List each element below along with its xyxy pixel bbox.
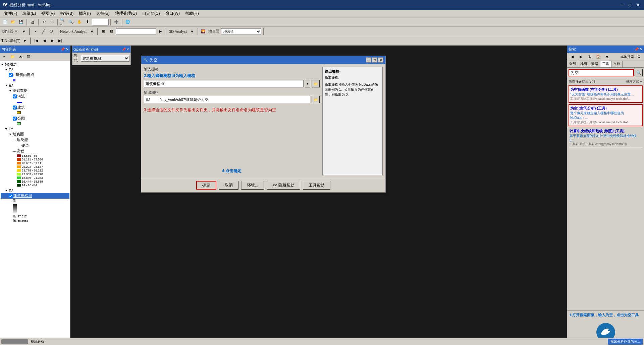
search-close[interactable]: ✕ [640,47,643,52]
e3-expand[interactable]: ▼ [5,127,9,131]
network-input[interactable] [116,28,156,35]
surface-select[interactable]: 地表面 [221,28,261,35]
layers-root[interactable]: ▼ 🗺 图层 [1,62,69,67]
e2-expand[interactable]: ▼ [5,84,9,87]
tree-e2[interactable]: ▼ E:\ [1,83,69,88]
input-raster-dropdown[interactable]: ▼ [305,80,310,87]
search-back-btn[interactable]: ◀ [569,53,576,61]
taskbar-btn[interactable]: 视线分析作业的三... [608,339,643,345]
panel-close-icon[interactable]: ✕ [66,47,69,52]
network-dropdown[interactable]: ▼ [88,28,96,35]
title-bar-controls[interactable]: ─ □ ✕ [619,2,641,8]
tab-docs[interactable]: 文档 [611,61,623,67]
env-button[interactable]: 环境... [241,181,264,190]
ok-button[interactable]: 确定 [196,181,216,190]
search-home-btn[interactable]: 🏠 [595,53,602,61]
building-point-check[interactable] [9,73,13,77]
tin-btn1[interactable]: |◀ [33,37,40,45]
new-btn[interactable]: 📄 [1,18,9,26]
zoom-in-btn[interactable]: 🔍+ [60,18,67,26]
search-input[interactable] [569,69,634,76]
sketch-line[interactable]: ╱ [40,28,47,35]
tree-river[interactable]: 河流 [1,93,69,99]
tree-edge-type[interactable]: — 边类型 [1,137,69,143]
editor-dropdown[interactable]: ▼ [20,28,28,35]
print-btn[interactable]: 🖨 [29,18,36,26]
network-btn3[interactable]: ▶ [157,28,164,35]
result-item-2[interactable]: 为空 (空间分析) (工具) 逐个像元来确定输入栅格中哪些值为NoData；… … [569,104,643,126]
menu-view[interactable]: 视图(V) [39,10,57,17]
dialog-maximize-btn[interactable]: □ [372,57,377,63]
sort-label[interactable]: 排序方式▼ [626,79,643,84]
analyst3d-dropdown[interactable]: ▼ [189,28,196,35]
minimize-button[interactable]: ─ [619,2,625,8]
menu-bookmarks[interactable]: 书签(B) [57,10,76,17]
tree-hard-edge[interactable]: — 硬边 [1,143,69,148]
result-item-3[interactable]: 计算中央经线和范线 (制图) (工具) 基于要素范围的中心计算中央经线和标准纬线… [569,128,643,148]
list-by-source[interactable]: 📁 [9,53,16,61]
list-by-visibility[interactable]: 👁 [17,53,24,61]
dialog-close-btn[interactable]: ✕ [378,57,383,63]
save-btn[interactable]: 💾 [17,18,25,26]
undo-btn[interactable]: ↩ [40,18,48,26]
river-check[interactable] [13,94,17,98]
network-btn1[interactable]: ⊞ [100,28,107,35]
tree-e1[interactable]: ▼ E:\ [1,67,69,72]
search-refresh-btn[interactable]: ↻ [586,53,593,61]
menu-window[interactable]: 窗口(W) [163,10,182,17]
redo-btn[interactable]: ↪ [48,18,56,26]
tab-tools[interactable]: 工具 [600,61,611,67]
result-item-1[interactable]: 为空值函数 (空间分析) (工具) "设为空值" 根据条件将所识别的像元位置… … [569,85,643,103]
tin-btn3[interactable]: ▶ [49,37,56,45]
tin-btn2[interactable]: ◀ [41,37,48,45]
zoom-level-input[interactable]: 300% [92,19,109,25]
tree-building-raster[interactable]: 建筑栅格.tif [1,193,69,199]
elevation-expand[interactable]: — [13,150,17,153]
network-btn2[interactable]: ⊟ [108,28,115,35]
input-raster-field[interactable] [144,80,304,87]
output-raster-field[interactable] [144,96,310,103]
menu-help[interactable]: 帮助(H) [182,10,202,17]
identify-btn[interactable]: ℹ [84,18,91,26]
base-expand[interactable]: ▼ [9,89,13,92]
tab-data[interactable]: 数据 [589,61,600,67]
hide-help-button[interactable]: << 隐藏帮助 [267,181,300,190]
sketch-poly[interactable]: ⬡ [48,28,55,35]
search-pin[interactable]: 📌 [634,47,639,52]
input-raster-browse[interactable]: 📁 [312,80,320,87]
tree-e3[interactable]: ▼ E:\ [1,127,69,131]
output-raster-browse[interactable]: 📁 [312,96,320,103]
search-options-btn[interactable]: ▼ [603,53,611,61]
cancel-button[interactable]: 取消 [219,181,238,190]
open-btn[interactable]: 📂 [9,18,17,26]
surface-tree-expand[interactable]: ▼ [9,133,13,136]
menu-select[interactable]: 选择(S) [94,10,112,17]
building-check[interactable] [13,106,17,110]
close-button[interactable]: ✕ [635,2,641,8]
tree-surface[interactable]: ▼ 地表面 [1,131,69,137]
spatial-analyst-close[interactable]: ✕ [126,48,129,51]
e1-expand[interactable]: ▼ [5,68,9,71]
list-by-selection[interactable]: ☑ [25,53,32,61]
tree-e4[interactable]: ▼ E:\ [1,188,69,193]
local-search-btn[interactable]: ⚙ [635,53,643,61]
menu-customize[interactable]: 自定义(C) [140,10,163,17]
menu-file[interactable]: 文件(F) [1,10,20,17]
tree-base-data[interactable]: ▼ 基础数据 [1,88,69,93]
tab-map[interactable]: 地图 [578,61,589,67]
edge-expand[interactable]: — [13,138,17,142]
list-by-drawing-order[interactable]: ≡ [1,53,8,61]
tree-park[interactable]: 公园 [1,116,69,121]
tab-all[interactable]: 全部 [567,61,578,67]
building-raster-check[interactable] [9,194,13,198]
spatial-analyst-header[interactable]: Spatial Analyst 📌 ✕ [72,46,130,53]
spatial-analyst-pin[interactable]: 📌 [122,48,126,51]
pan-btn[interactable]: ✋ [76,18,83,26]
menu-geoprocessing[interactable]: 地理处理(G) [112,10,140,17]
menu-edit[interactable]: 编辑(E) [20,10,39,17]
zoom-out-btn[interactable]: 🔍- [68,18,75,26]
layers-expand[interactable]: ▼ [1,63,5,66]
panel-pin-icon[interactable]: 📌 [60,47,65,52]
tool-help-button[interactable]: 工具帮助 [303,181,330,190]
tin-dropdown[interactable]: ▼ [21,37,29,45]
